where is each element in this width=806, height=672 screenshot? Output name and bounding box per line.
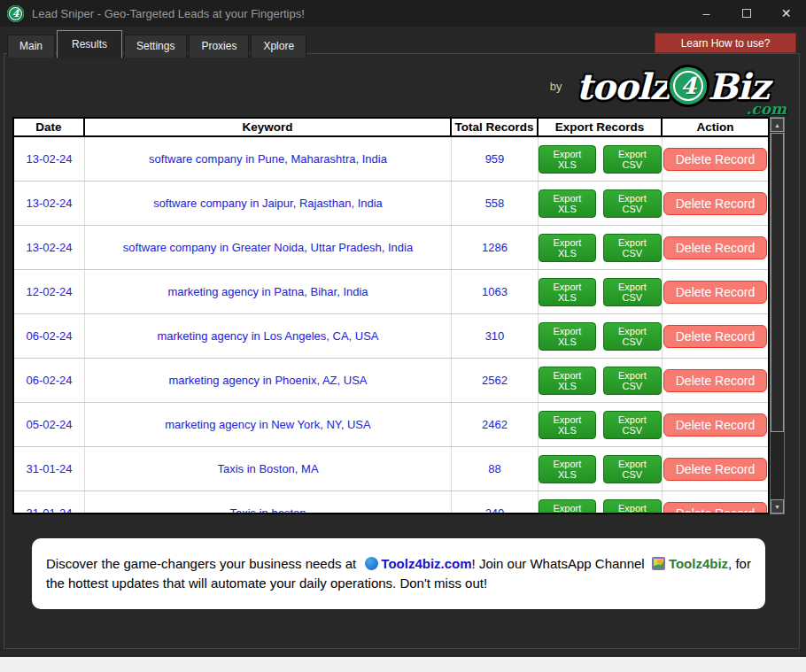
tab-settings[interactable]: Settings [124, 35, 187, 58]
column-header-keyword: Keyword [85, 119, 452, 135]
column-header-total-records: Total Records [452, 119, 539, 135]
row-total-records: 310 [452, 314, 539, 358]
tab-results[interactable]: Results [57, 30, 122, 58]
announcement-text-mid: ! Join our WhatsApp Channel [472, 556, 648, 571]
row-total-records: 88 [452, 447, 539, 490]
row-date: 13-02-24 [14, 182, 85, 225]
tab-xplore[interactable]: Xplore [251, 35, 306, 58]
by-label: by [550, 80, 562, 93]
vertical-scrollbar[interactable]: ▲ ▼ [770, 117, 785, 514]
row-keyword: marketing agency in Phoenix, AZ, USA [85, 359, 452, 402]
scrollbar-up-icon[interactable]: ▲ [771, 118, 784, 132]
row-keyword: software company in Greater Noida, Uttar… [85, 226, 452, 269]
maximize-icon [742, 9, 751, 18]
export-xls-button[interactable]: Export XLS [539, 322, 596, 351]
row-date: 31-01-24 [14, 447, 85, 490]
export-csv-button[interactable]: Export CSV [603, 234, 662, 262]
export-xls-button[interactable]: Export XLS [539, 234, 596, 262]
toolz4biz-logo: toolz 4 Biz .com [577, 65, 781, 107]
row-total-records: 558 [452, 182, 539, 225]
window-controls: – ✕ [686, 0, 806, 27]
whatsapp-channel-link[interactable]: Toolz4biz [669, 556, 728, 571]
row-total-records: 1063 [452, 270, 539, 313]
row-total-records: 2462 [452, 403, 539, 446]
row-total-records: 2562 [452, 359, 539, 402]
logo-text-com: .com [746, 100, 787, 118]
announcement-text-before: Discover the game-changers your business… [46, 556, 360, 571]
delete-record-button[interactable]: Delete Record [663, 325, 768, 348]
tab-proxies[interactable]: Proxies [189, 35, 249, 58]
window-title: Lead Sniper - Geo-Targeted Leads at your… [32, 7, 305, 20]
delete-record-button[interactable]: Delete Record [663, 458, 768, 481]
row-date: 13-02-24 [14, 226, 85, 269]
table-row: 13-02-24 software company in Pune, Mahar… [14, 137, 768, 182]
table-row: 13-02-24 software company in Jaipur, Raj… [14, 182, 768, 226]
export-xls-button[interactable]: Export XLS [539, 499, 596, 515]
delete-record-button[interactable]: Delete Record [663, 192, 768, 215]
minimize-icon: – [703, 6, 710, 20]
table-row: 13-02-24 software company in Greater Noi… [14, 226, 768, 270]
export-csv-button[interactable]: Export CSV [603, 499, 662, 515]
scrollbar-thumb[interactable] [771, 133, 784, 432]
row-keyword: Taxis in Boston, MA [85, 447, 452, 490]
announcement-text: Discover the game-changers your business… [46, 554, 751, 594]
app-logo-icon: 4 [7, 5, 24, 22]
export-xls-button[interactable]: Export XLS [539, 189, 596, 218]
table-row: 05-02-24 marketing agency in New York, N… [14, 403, 768, 447]
row-total-records: 959 [452, 137, 539, 181]
row-keyword: Taxis in boston [85, 491, 452, 514]
blue-circle-icon [365, 557, 378, 570]
export-xls-button[interactable]: Export XLS [539, 455, 596, 483]
export-xls-button[interactable]: Export XLS [539, 145, 596, 174]
close-button[interactable]: ✕ [766, 0, 806, 27]
column-header-date: Date [14, 119, 85, 135]
row-date: 06-02-24 [14, 359, 85, 402]
toolz4biz-site-link[interactable]: Toolz4biz.com [381, 556, 471, 571]
table-row: 06-02-24 marketing agency in Los Angeles… [14, 314, 768, 359]
delete-record-button[interactable]: Delete Record [663, 369, 768, 392]
row-keyword: marketing agency in Los Angeles, CA, USA [85, 314, 452, 358]
row-keyword: software company in Jaipur, Rajasthan, I… [85, 182, 452, 225]
delete-record-button[interactable]: Delete Record [663, 236, 768, 259]
delete-record-button[interactable]: Delete Record [663, 502, 768, 515]
column-header-action: Action [663, 119, 768, 135]
row-keyword: marketing agency in New York, NY, USA [85, 403, 452, 446]
delete-record-button[interactable]: Delete Record [663, 413, 768, 436]
row-total-records: 1286 [452, 226, 539, 269]
titlebar[interactable]: 4 Lead Sniper - Geo-Targeted Leads at yo… [0, 0, 806, 27]
export-xls-button[interactable]: Export XLS [539, 278, 596, 306]
picture-frame-icon [652, 557, 665, 570]
column-header-export-records: Export Records [539, 119, 663, 135]
export-csv-button[interactable]: Export CSV [603, 322, 662, 351]
minimize-button[interactable]: – [686, 0, 726, 27]
export-csv-button[interactable]: Export CSV [603, 145, 662, 174]
row-date: 05-02-24 [14, 403, 85, 446]
export-xls-button[interactable]: Export XLS [539, 411, 596, 439]
table-row: 31-01-24 Taxis in Boston, MA 88 Export X… [14, 447, 768, 491]
export-csv-button[interactable]: Export CSV [603, 189, 662, 218]
export-xls-button[interactable]: Export XLS [539, 367, 596, 395]
maximize-button[interactable] [726, 0, 766, 27]
table-row: 06-02-24 marketing agency in Phoenix, AZ… [14, 359, 768, 403]
export-csv-button[interactable]: Export CSV [603, 278, 662, 306]
export-csv-button[interactable]: Export CSV [603, 411, 662, 439]
table-row: 31-01-24 Taxis in boston 240 Export XLS … [14, 491, 768, 514]
row-total-records: 240 [452, 491, 539, 514]
export-csv-button[interactable]: Export CSV [603, 455, 662, 483]
logo-text-toolz: toolz [577, 66, 670, 107]
row-keyword: software company in Pune, Maharashtra, I… [85, 137, 452, 181]
table-header-row: Date Keyword Total Records Export Record… [14, 119, 768, 137]
tab-main[interactable]: Main [7, 35, 55, 58]
delete-record-button[interactable]: Delete Record [663, 148, 768, 171]
delete-record-button[interactable]: Delete Record [663, 281, 768, 304]
export-csv-button[interactable]: Export CSV [603, 367, 662, 395]
row-date: 13-02-24 [14, 137, 85, 181]
results-table-zone: Date Keyword Total Records Export Record… [12, 117, 785, 514]
learn-how-button[interactable]: Learn How to use? [655, 33, 796, 53]
row-keyword: marketing agency in Patna, Bihar, India [85, 270, 452, 313]
scrollbar-down-icon[interactable]: ▼ [771, 499, 784, 514]
row-date: 31-01-24 [14, 491, 85, 514]
tab-bar: Main Results Settings Proxies Xplore [7, 30, 306, 58]
logo-circle-4-icon: 4 [667, 65, 709, 107]
row-date: 06-02-24 [14, 314, 85, 358]
